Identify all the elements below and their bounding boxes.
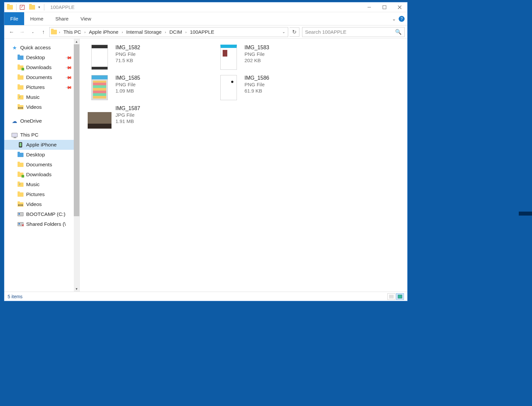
tree-shared-folders[interactable]: Shared Folders (\ bbox=[4, 219, 79, 229]
tree-desktop-pc[interactable]: Desktop bbox=[4, 150, 79, 160]
details-icon bbox=[389, 295, 394, 299]
tree-label: OneDrive bbox=[20, 118, 42, 124]
file-list-pane[interactable]: IMG_1582 PNG File 71.5 KB IMG_1583 PNG F… bbox=[80, 39, 407, 292]
crumb-iphone[interactable]: Apple iPhone bbox=[87, 27, 120, 37]
scroll-thumb[interactable] bbox=[74, 44, 79, 216]
nav-up-button[interactable]: ↑ bbox=[39, 27, 48, 37]
file-item[interactable]: IMG_1587 JPG File 1.91 MB bbox=[86, 103, 215, 134]
tree-downloads[interactable]: Downloads📌 bbox=[4, 62, 79, 72]
tree-documents-pc[interactable]: Documents bbox=[4, 160, 79, 170]
scroll-track[interactable] bbox=[74, 216, 79, 286]
chevron-right-icon[interactable]: › bbox=[121, 30, 124, 34]
ribbon-expand-icon[interactable]: ⌄ bbox=[392, 16, 396, 21]
search-input[interactable] bbox=[305, 29, 395, 35]
view-thumbnails-button[interactable] bbox=[396, 293, 404, 300]
help-icon[interactable]: ? bbox=[399, 16, 405, 22]
separator bbox=[44, 4, 44, 11]
tree-pictures-pc[interactable]: Pictures bbox=[4, 189, 79, 199]
music-folder-icon bbox=[18, 183, 23, 187]
file-name: IMG_1587 bbox=[115, 105, 140, 111]
svg-rect-1 bbox=[383, 6, 386, 9]
tree-label: Desktop bbox=[26, 55, 45, 61]
file-name: IMG_1585 bbox=[115, 75, 140, 81]
refresh-button[interactable]: ↻ bbox=[289, 27, 299, 37]
ribbon-tab-view[interactable]: View bbox=[74, 12, 97, 25]
tree-desktop[interactable]: Desktop📌 bbox=[4, 53, 79, 62]
tree-label: Downloads bbox=[26, 64, 52, 70]
ribbon-tab-file[interactable]: File bbox=[4, 12, 24, 25]
file-item[interactable]: IMG_1585 PNG File 1.09 MB bbox=[86, 73, 215, 103]
window-title: 100APPLE bbox=[46, 2, 74, 12]
maximize-button[interactable] bbox=[377, 2, 392, 12]
tree-music[interactable]: Music bbox=[4, 92, 79, 102]
crumb-dcim[interactable]: DCIM bbox=[167, 27, 184, 37]
minimize-icon bbox=[367, 5, 371, 9]
crumb-100apple[interactable]: 100APPLE bbox=[188, 27, 216, 37]
qat-dropdown-icon[interactable]: ▼ bbox=[38, 6, 41, 9]
view-details-button[interactable] bbox=[387, 293, 395, 300]
minimize-button[interactable] bbox=[362, 2, 377, 12]
maximize-icon bbox=[382, 5, 386, 9]
tree-label: Desktop bbox=[26, 152, 45, 158]
file-name: IMG_1586 bbox=[244, 75, 269, 81]
cloud-icon: ☁ bbox=[12, 118, 18, 124]
search-icon[interactable]: 🔍 bbox=[395, 29, 402, 35]
address-bar[interactable]: › This PC › Apple iPhone › Internal Stor… bbox=[49, 27, 288, 37]
crumb-internal[interactable]: Internal Storage bbox=[124, 27, 164, 37]
folder-icon[interactable] bbox=[7, 5, 13, 10]
music-folder-icon bbox=[18, 95, 23, 100]
tree-videos[interactable]: Videos bbox=[4, 102, 79, 112]
tree-bootcamp[interactable]: BOOTCAMP (C:) bbox=[4, 209, 79, 219]
file-item[interactable]: IMG_1583 PNG File 202 KB bbox=[215, 43, 344, 73]
chevron-right-icon[interactable]: › bbox=[185, 30, 187, 34]
nav-forward-button[interactable]: → bbox=[18, 27, 27, 37]
title-bar[interactable]: ▼ 100APPLE bbox=[4, 2, 407, 12]
svg-rect-7 bbox=[398, 295, 402, 298]
pin-icon: 📌 bbox=[65, 64, 72, 71]
video-folder-icon bbox=[18, 202, 23, 207]
scroll-up-button[interactable]: ▲ bbox=[74, 39, 79, 44]
tree-label: Apple iPhone bbox=[26, 142, 57, 148]
file-item[interactable]: IMG_1582 PNG File 71.5 KB bbox=[86, 43, 215, 73]
chevron-right-icon[interactable]: › bbox=[84, 30, 86, 34]
sidebar-scrollbar[interactable]: ▲ ▼ bbox=[74, 39, 79, 292]
chevron-right-icon[interactable]: › bbox=[58, 30, 61, 34]
tree-quick-access[interactable]: ★Quick access bbox=[4, 43, 79, 53]
pin-icon: 📌 bbox=[65, 54, 72, 61]
video-folder-icon bbox=[18, 105, 23, 109]
close-button[interactable] bbox=[392, 2, 407, 12]
tree-music-pc[interactable]: Music bbox=[4, 180, 79, 189]
search-box[interactable]: 🔍 bbox=[302, 27, 405, 37]
tree-label: Music bbox=[26, 182, 39, 187]
tree-documents[interactable]: Documents📌 bbox=[4, 72, 79, 82]
nav-recent-dropdown[interactable]: ⌄ bbox=[28, 27, 37, 37]
tree-pictures[interactable]: Pictures📌 bbox=[4, 82, 79, 92]
folder-icon[interactable] bbox=[29, 5, 35, 10]
folder-icon bbox=[18, 75, 23, 80]
chevron-right-icon[interactable]: › bbox=[164, 30, 167, 34]
tree-this-pc[interactable]: This PC bbox=[4, 130, 79, 140]
ribbon-tab-home[interactable]: Home bbox=[24, 12, 49, 25]
crumb-this-pc[interactable]: This PC bbox=[62, 27, 83, 37]
star-icon: ★ bbox=[12, 45, 18, 50]
tree-label: Shared Folders (\ bbox=[26, 221, 66, 227]
file-type: PNG File bbox=[244, 51, 269, 57]
tree-apple-iphone[interactable]: Apple iPhone bbox=[4, 140, 79, 150]
tree-onedrive[interactable]: ☁OneDrive bbox=[4, 116, 79, 126]
tree-videos-pc[interactable]: Videos bbox=[4, 199, 79, 209]
file-type: JPG File bbox=[115, 112, 140, 118]
folder-icon bbox=[18, 163, 23, 167]
status-item-count: 5 items bbox=[8, 294, 22, 299]
scroll-down-button[interactable]: ▼ bbox=[74, 286, 79, 292]
separator bbox=[16, 4, 17, 11]
tree-label: Pictures bbox=[26, 84, 45, 90]
ribbon-tab-share[interactable]: Share bbox=[49, 12, 74, 25]
folder-icon bbox=[51, 30, 57, 34]
pin-icon: 📌 bbox=[65, 84, 72, 91]
properties-icon[interactable] bbox=[20, 5, 24, 10]
address-dropdown-icon[interactable]: ⌄ bbox=[282, 30, 285, 34]
tree-downloads-pc[interactable]: Downloads bbox=[4, 170, 79, 180]
tree-label: Downloads bbox=[26, 172, 52, 178]
nav-back-button[interactable]: ← bbox=[7, 27, 16, 37]
file-item[interactable]: IMG_1586 PNG File 61.9 KB bbox=[215, 73, 344, 103]
